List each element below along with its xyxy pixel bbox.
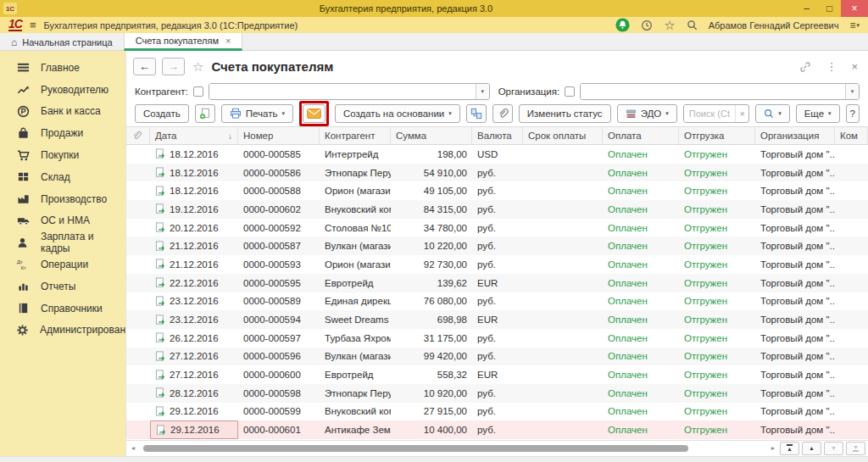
table-row[interactable]: 28.12.20160000-000598Этнопарк Перун10 92… — [126, 384, 868, 403]
cell-shipment-status: Отгружен — [679, 145, 755, 164]
cell-date: 19.12.2016 — [150, 200, 238, 219]
attachments-button[interactable] — [492, 104, 513, 123]
search-clear-icon[interactable]: × — [735, 105, 748, 122]
back-button[interactable]: ← — [133, 58, 156, 75]
global-search-icon[interactable] — [687, 19, 698, 31]
envelope-icon — [307, 109, 321, 119]
organization-dropdown-icon[interactable]: ▾ — [845, 84, 859, 99]
scroll-right-icon[interactable]: ► — [769, 445, 777, 451]
tab-customer-invoices[interactable]: Счета покупателям × — [124, 33, 243, 51]
notifications-bell-icon[interactable] — [615, 18, 630, 32]
column-header-attachment[interactable] — [126, 127, 150, 144]
search-input[interactable] — [684, 105, 735, 122]
close-window-button[interactable]: × — [841, 0, 868, 17]
table-row[interactable]: 29.12.20160000-000599Внуковский ком...27… — [126, 403, 868, 421]
table-row[interactable]: 29.12.20160000-000601Антикафе Земл...10 … — [126, 420, 868, 439]
cell-number: 0000-000585 — [238, 145, 320, 164]
copy-button[interactable] — [195, 104, 215, 123]
sidebar-item-administration[interactable]: Администрирование — [0, 320, 125, 342]
tab-home[interactable]: ⌂ Начальная страница — [0, 33, 124, 51]
column-header-date[interactable]: Дата↓ — [150, 127, 238, 144]
table-row[interactable]: 27.12.20160000-000596Вулкан (магазин)99 … — [126, 348, 868, 366]
table-row[interactable]: 23.12.20160000-000594Sweet Dreams L...69… — [126, 310, 868, 329]
cell-organization: Торговый дом "... — [755, 219, 835, 237]
sidebar-item-operations[interactable]: ДтКтОперации — [0, 253, 125, 276]
scrollbar-track[interactable] — [140, 443, 766, 454]
sidebar-item-manager[interactable]: Руководителю — [0, 79, 125, 101]
favorites-star-icon[interactable]: ☆ — [664, 18, 675, 33]
more-menu-kebab-icon[interactable]: ⋮ — [826, 60, 837, 73]
go-previous-row-button[interactable]: ▲ — [802, 442, 821, 455]
sidebar-item-sales[interactable]: Продажи — [0, 122, 125, 144]
column-header-shipment[interactable]: Отгрузка — [679, 127, 755, 144]
table-row[interactable]: 18.12.20160000-000585Интертрейд198,00USD… — [126, 145, 868, 164]
table-row[interactable]: 26.12.20160000-000597Турбаза Яхрома31 17… — [126, 329, 868, 348]
sidebar-item-reports[interactable]: Отчеты — [0, 276, 125, 298]
send-email-button[interactable] — [303, 104, 326, 123]
organization-filter-input[interactable] — [581, 84, 845, 99]
get-link-icon[interactable] — [799, 61, 811, 73]
go-last-row-button[interactable]: ▼ — [846, 442, 865, 455]
column-header-payment[interactable]: Оплата — [603, 127, 679, 144]
sidebar-item-warehouse[interactable]: Склад — [0, 166, 125, 188]
sidebar-item-main[interactable]: Главное — [0, 57, 125, 79]
more-button[interactable]: Еще ▾ — [796, 104, 840, 123]
column-header-number[interactable]: Номер — [238, 127, 320, 144]
cell-counterparty: Столовая №101 — [320, 219, 391, 237]
add-favorite-star-icon[interactable]: ☆ — [192, 59, 203, 75]
cell-due-date — [523, 329, 603, 348]
close-panel-icon[interactable]: × — [851, 60, 858, 73]
counterparty-filter-input[interactable] — [209, 84, 476, 99]
cell-currency: руб. — [472, 200, 523, 219]
print-button[interactable]: Печать ▾ — [221, 104, 293, 123]
table-row[interactable]: 21.12.20160000-000593Орион (магазин)92 7… — [126, 255, 868, 274]
cell-sum: 10 400,00 — [391, 420, 472, 439]
column-header-due[interactable]: Срок оплаты — [523, 127, 603, 144]
sidebar-item-purchases[interactable]: Покупки — [0, 144, 125, 166]
column-header-currency[interactable]: Валюта — [472, 127, 523, 144]
sidebar-item-fixed-assets[interactable]: ОС и НМА — [0, 210, 125, 232]
column-header-comment[interactable]: Ком — [835, 127, 868, 144]
table-row[interactable]: 19.12.20160000-000602Внуковский ком...84… — [126, 200, 868, 219]
organization-filter-checkbox[interactable] — [565, 86, 575, 97]
table-row[interactable]: 22.12.20160000-000595Евротрейд139,62EURО… — [126, 274, 868, 292]
help-button[interactable]: ? — [846, 104, 860, 123]
table-row[interactable]: 23.12.20160000-000589Единая дирекц...76 … — [126, 292, 868, 311]
create-based-on-button[interactable]: Создать на основании ▾ — [335, 104, 460, 123]
table-row[interactable]: 18.12.20160000-000588Орион (магазин)49 1… — [126, 181, 868, 200]
main-menu-hamburger-icon[interactable]: ≡ — [30, 19, 36, 31]
cell-payment-status: Оплачен — [603, 403, 679, 421]
forward-button[interactable]: → — [162, 58, 185, 75]
table-row[interactable]: 27.12.20160000-000600Евротрейд558,32EURО… — [126, 365, 868, 384]
content-panel: ← → ☆ Счета покупателям ⋮ × Контрагент: … — [125, 51, 868, 456]
maximize-button[interactable]: □ — [818, 0, 841, 17]
sidebar-item-salary-hr[interactable]: Зарплата и кадры — [0, 231, 125, 253]
go-next-row-button[interactable]: ▼ — [824, 442, 843, 455]
posted-document-icon — [155, 167, 166, 178]
table-row[interactable]: 18.12.20160000-000586Этнопарк Перун54 91… — [126, 164, 868, 182]
counterparty-filter-checkbox[interactable] — [193, 86, 203, 97]
scroll-left-icon[interactable]: ◄ — [129, 445, 137, 451]
create-button[interactable]: Создать — [135, 104, 189, 123]
sidebar-item-bank-cash[interactable]: Банк и касса — [0, 101, 125, 123]
counterparty-dropdown-icon[interactable]: ▾ — [476, 84, 489, 99]
scrollbar-thumb[interactable] — [143, 445, 688, 452]
tab-close-icon[interactable]: × — [225, 36, 231, 46]
user-name[interactable]: Абрамов Геннадий Сергеевич — [709, 20, 839, 31]
minimize-button[interactable]: – — [795, 0, 818, 17]
change-status-button[interactable]: Изменить статус — [519, 104, 611, 123]
column-header-organization[interactable]: Организация — [755, 127, 835, 144]
history-clock-icon[interactable] — [641, 19, 653, 31]
table-row[interactable]: 20.12.20160000-000592Столовая №10134 780… — [126, 219, 868, 237]
column-header-counterparty[interactable]: Контрагент — [320, 127, 391, 144]
posted-document-icon — [155, 259, 166, 270]
sidebar-item-production[interactable]: Производство — [0, 188, 125, 210]
table-row[interactable]: 21.12.20160000-000587Вулкан (магазин)10 … — [126, 237, 868, 255]
edo-button[interactable]: ЭДО ▾ — [617, 104, 677, 123]
column-header-sum[interactable]: Сумма — [391, 127, 472, 144]
service-menu-icon[interactable]: ≡▾ — [849, 19, 860, 31]
go-first-row-button[interactable]: ▲ — [780, 442, 799, 455]
sidebar-item-directories[interactable]: Справочники — [0, 298, 125, 320]
related-documents-button[interactable] — [466, 104, 487, 123]
search-options-button[interactable]: ▾ — [755, 104, 790, 123]
